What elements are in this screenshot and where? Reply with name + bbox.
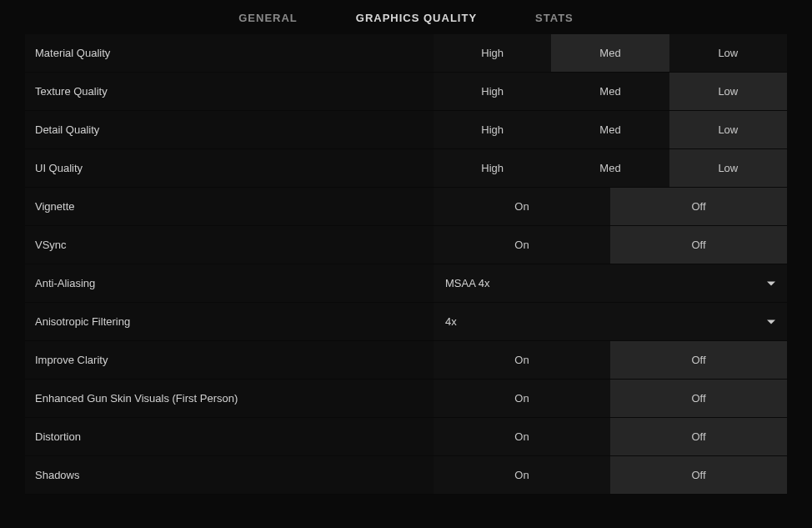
row-texture-quality: Texture Quality High Med Low — [25, 73, 787, 111]
row-distortion: Distortion On Off — [25, 418, 787, 456]
options-ui-quality: High Med Low — [434, 149, 787, 187]
opt-vignette-on[interactable]: On — [434, 188, 610, 225]
dropdown-anti-aliasing[interactable]: MSAA 4x — [434, 264, 787, 302]
options-shadows: On Off — [434, 456, 787, 494]
opt-ui-low[interactable]: Low — [669, 149, 787, 187]
row-anisotropic-filtering: Anisotropic Filtering 4x — [25, 303, 787, 341]
opt-distortion-on[interactable]: On — [434, 418, 610, 455]
row-improve-clarity: Improve Clarity On Off — [25, 341, 787, 380]
opt-ui-high[interactable]: High — [434, 149, 551, 187]
label-vignette: Vignette — [25, 188, 434, 225]
options-detail-quality: High Med Low — [434, 111, 787, 148]
label-vsync: VSync — [25, 226, 434, 264]
opt-vignette-off[interactable]: Off — [610, 188, 787, 225]
opt-material-high[interactable]: High — [434, 34, 551, 72]
options-improve-clarity: On Off — [434, 341, 787, 379]
settings-list: Material Quality High Med Low Texture Qu… — [0, 34, 812, 495]
opt-detail-med[interactable]: Med — [551, 111, 669, 148]
opt-shadows-on[interactable]: On — [434, 456, 610, 494]
opt-material-low[interactable]: Low — [669, 34, 787, 72]
opt-ui-med[interactable]: Med — [551, 149, 669, 187]
label-shadows: Shadows — [25, 456, 434, 494]
label-improve-clarity: Improve Clarity — [25, 341, 434, 379]
tab-stats[interactable]: STATS — [535, 12, 574, 24]
opt-material-med[interactable]: Med — [551, 34, 669, 72]
opt-texture-low[interactable]: Low — [669, 73, 787, 110]
opt-gunskin-on[interactable]: On — [434, 380, 610, 417]
row-ui-quality: UI Quality High Med Low — [25, 149, 787, 188]
opt-vsync-on[interactable]: On — [434, 226, 610, 264]
tab-graphics-quality[interactable]: GRAPHICS QUALITY — [356, 12, 477, 24]
chevron-down-icon — [767, 319, 775, 324]
chevron-down-icon — [767, 281, 775, 285]
label-ui-quality: UI Quality — [25, 149, 434, 187]
options-enhanced-gun-skin: On Off — [434, 380, 787, 417]
options-distortion: On Off — [434, 418, 787, 455]
settings-tabs: GENERAL GRAPHICS QUALITY STATS — [0, 0, 812, 34]
opt-distortion-off[interactable]: Off — [610, 418, 787, 455]
options-vsync: On Off — [434, 226, 787, 264]
row-vsync: VSync On Off — [25, 226, 787, 264]
row-detail-quality: Detail Quality High Med Low — [25, 111, 787, 149]
label-texture-quality: Texture Quality — [25, 73, 434, 110]
options-material-quality: High Med Low — [434, 34, 787, 72]
row-material-quality: Material Quality High Med Low — [25, 34, 787, 73]
options-texture-quality: High Med Low — [434, 73, 787, 110]
opt-gunskin-off[interactable]: Off — [610, 380, 787, 417]
dropdown-anti-aliasing-value: MSAA 4x — [445, 277, 489, 289]
options-vignette: On Off — [434, 188, 787, 225]
row-enhanced-gun-skin: Enhanced Gun Skin Visuals (First Person)… — [25, 380, 787, 418]
row-shadows: Shadows On Off — [25, 456, 787, 495]
label-anti-aliasing: Anti-Aliasing — [25, 264, 434, 302]
opt-clarity-on[interactable]: On — [434, 341, 610, 379]
label-anisotropic-filtering: Anisotropic Filtering — [25, 303, 434, 340]
dropdown-anisotropic-filtering-value: 4x — [445, 315, 457, 328]
row-vignette: Vignette On Off — [25, 188, 787, 226]
label-material-quality: Material Quality — [25, 34, 434, 72]
opt-shadows-off[interactable]: Off — [610, 456, 787, 494]
label-detail-quality: Detail Quality — [25, 111, 434, 148]
opt-detail-low[interactable]: Low — [669, 111, 787, 148]
opt-texture-high[interactable]: High — [434, 73, 551, 110]
opt-clarity-off[interactable]: Off — [610, 341, 787, 379]
opt-detail-high[interactable]: High — [434, 111, 551, 148]
row-anti-aliasing: Anti-Aliasing MSAA 4x — [25, 264, 787, 303]
dropdown-anisotropic-filtering[interactable]: 4x — [434, 303, 787, 340]
label-enhanced-gun-skin: Enhanced Gun Skin Visuals (First Person) — [25, 380, 434, 417]
tab-general[interactable]: GENERAL — [238, 12, 298, 24]
label-distortion: Distortion — [25, 418, 434, 455]
opt-texture-med[interactable]: Med — [551, 73, 669, 110]
opt-vsync-off[interactable]: Off — [610, 226, 787, 264]
